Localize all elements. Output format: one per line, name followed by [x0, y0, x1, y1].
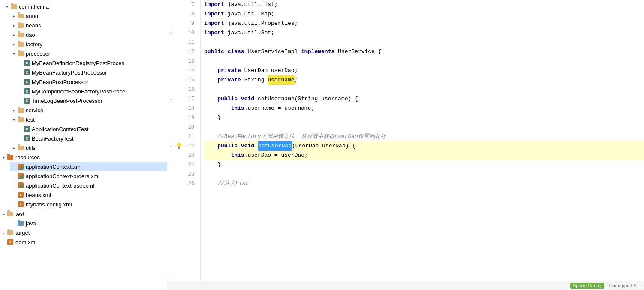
file-tree: com.itheima anno beans dao factory: [0, 0, 167, 290]
arrow-icon: [10, 107, 17, 114]
lb-19: [175, 113, 183, 123]
sidebar-item-test[interactable]: test: [10, 115, 167, 124]
code-area: ◁ ▾ ▾: [167, 0, 644, 290]
folder-icon: [17, 50, 24, 57]
sidebar-item-timelog[interactable]: C TimeLogBeanPostProcessor: [17, 96, 167, 105]
gutter-14: [167, 66, 175, 75]
sidebar-item-label: oom.xml: [15, 239, 36, 245]
xml-spring-icon: [17, 173, 24, 179]
sidebar-item-beans[interactable]: beans: [10, 21, 167, 30]
sidebar-item-mybatis-xml[interactable]: X mybatis-config.xml: [10, 200, 167, 209]
folder-res-icon: [7, 154, 14, 161]
sidebar-item-test-dir[interactable]: test: [0, 209, 167, 218]
code-content[interactable]: import java.util.List; import java.util.…: [201, 0, 644, 290]
sidebar-item-orders-xml[interactable]: applicationContext-orders.xml: [10, 171, 167, 181]
gutter-26: [167, 179, 175, 188]
sidebar-item-label: ApplicationContextTest: [32, 126, 88, 132]
comment-text-2: //注入List: [204, 179, 249, 188]
keyword: void: [241, 141, 254, 151]
lb-11: [175, 38, 183, 47]
folder-icon: [17, 22, 24, 29]
sidebar-item-resources[interactable]: resources: [0, 152, 167, 162]
sidebar-item-mycomponent[interactable]: C MyComponentBeanFactoryPostProce: [17, 87, 167, 96]
java-class-icon: C: [24, 79, 30, 85]
xml-spring-icon: [17, 182, 24, 189]
code-line-26: //注入List: [204, 179, 644, 188]
arrow-icon: [10, 22, 17, 29]
folder-icon: [17, 12, 24, 19]
ln-9: 9: [183, 19, 197, 28]
sidebar-item-target[interactable]: target: [0, 228, 167, 237]
ln-24: 24: [183, 160, 197, 170]
lb-8: [175, 9, 183, 19]
arrow-icon: [3, 3, 10, 10]
sidebar-item-label: applicationContext-orders.xml: [26, 173, 99, 179]
arrow-icon: [10, 116, 17, 123]
sidebar-item-mybeanfactory[interactable]: C MyBeanFactoryPostProcessor: [17, 68, 167, 77]
arrow-icon: [10, 173, 17, 179]
sidebar-item-pom-xml[interactable]: X oom.xml: [0, 237, 167, 247]
sidebar-item-processor[interactable]: processor: [10, 49, 167, 58]
folder-icon: [7, 229, 14, 236]
highlight-setuserdao: setUserDao: [258, 141, 292, 151]
arrow-icon: [0, 210, 7, 217]
fold-marker-22[interactable]: ▾: [167, 141, 175, 151]
folder-icon: [17, 116, 24, 123]
sidebar-item-java-dir[interactable]: java: [10, 218, 167, 228]
sidebar-item-beans-xml[interactable]: X beans.xml: [10, 190, 167, 200]
fold-marker-10[interactable]: ◁: [167, 28, 175, 38]
folder-src-icon: [17, 220, 24, 227]
lb-12: [175, 47, 183, 57]
spring-config-badge[interactable]: Spring Config: [570, 283, 604, 289]
sidebar-item-mybeanpost[interactable]: C MyBeanPostProcessor: [17, 77, 167, 87]
keyword: void: [241, 94, 254, 104]
sidebar-item-anno[interactable]: anno: [10, 11, 167, 21]
lb-15: [175, 75, 183, 85]
gutter-8: [167, 9, 175, 19]
arrow-icon: [17, 97, 24, 104]
sidebar-item-label: dao: [26, 32, 35, 38]
java-class-icon: C: [24, 60, 30, 66]
arrow-icon: [10, 41, 17, 48]
sidebar-item-label: test: [26, 117, 35, 123]
gutter-20: [167, 123, 175, 132]
ln-8: 8: [183, 9, 197, 19]
sidebar-item-utils[interactable]: utils: [10, 143, 167, 152]
gutter-15: [167, 75, 175, 85]
fold-marker-17[interactable]: ▾: [167, 94, 175, 104]
keyword: import: [204, 9, 224, 19]
arrow-icon: [10, 191, 17, 198]
code-line-24: }: [204, 160, 644, 170]
ln-18: 18: [183, 104, 197, 113]
code-line-23: this.userDao = userDao;: [204, 151, 644, 160]
gutter-21: [167, 132, 175, 141]
code-line-11: [204, 38, 644, 47]
arrow-icon: [10, 31, 17, 38]
lb-18: [175, 104, 183, 113]
sidebar-item-label: anno: [26, 13, 38, 19]
sidebar-item-factory[interactable]: factory: [10, 39, 167, 49]
keyword: public: [217, 141, 238, 151]
arrow-icon: [10, 12, 17, 19]
ln-15: 15: [183, 75, 197, 85]
sidebar-item-com-itheima[interactable]: com.itheima: [3, 2, 167, 11]
sidebar-item-appcontexttest[interactable]: C ApplicationContextTest: [17, 124, 167, 134]
sidebar-item-user-xml[interactable]: applicationContext-user.xml: [10, 181, 167, 190]
sidebar-item-label: utils: [26, 145, 36, 151]
arrow-icon: [10, 163, 17, 170]
code-line-9: import java.util.Properties;: [204, 19, 644, 28]
lightbulb-22[interactable]: 💡: [175, 141, 183, 151]
code-line-14: private UserDao userDao;: [204, 66, 644, 75]
arrow-icon: [10, 182, 17, 189]
code-line-21: //BeanFactory去调用该方法 从容器中获得userDao设置到此处: [204, 132, 644, 141]
sidebar-item-label: factory: [26, 41, 42, 48]
sidebar-item-service[interactable]: service: [10, 105, 167, 115]
sidebar-item-label: target: [15, 230, 30, 236]
java-class-icon: C: [24, 88, 30, 94]
xml-spring-icon: [17, 163, 24, 170]
sidebar-item-beanfactorytest[interactable]: C BeanFactoryTest: [17, 134, 167, 143]
sidebar-item-appcontext-xml[interactable]: applicationContext.xml: [10, 162, 167, 171]
sidebar-item-mybeandef[interactable]: C MyBeanDefinitionRegistryPostProces: [17, 58, 167, 68]
lb-14: [175, 66, 183, 75]
sidebar-item-dao[interactable]: dao: [10, 30, 167, 39]
